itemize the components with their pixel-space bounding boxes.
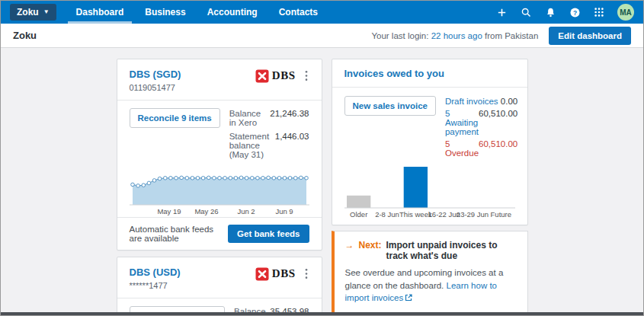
account-number: 0119051477 bbox=[130, 83, 181, 92]
last-login-prefix: Your last login: bbox=[371, 31, 428, 40]
org-name: Zoku bbox=[17, 7, 39, 18]
callout-title: Import unpaid invoices to track what's d… bbox=[386, 240, 517, 261]
last-login-text: Your last login: 22 hours ago from Pakis… bbox=[371, 31, 538, 40]
svg-text:?: ? bbox=[573, 8, 577, 16]
app-window: Zoku ▼ Dashboard Business Accounting Con… bbox=[0, 0, 644, 316]
org-switcher[interactable]: Zoku ▼ bbox=[10, 4, 56, 21]
bank-account-card-sgd: DBS (SGD) 0119051477 DBS bbox=[117, 59, 322, 251]
svg-text:Jun 2: Jun 2 bbox=[237, 207, 255, 215]
invoices-body: New sales invoice Draft invoices 0.00 5 … bbox=[332, 88, 527, 164]
dbs-bank-logo: DBS bbox=[255, 69, 296, 83]
invoices-bar-chart: Older2-8 JunThis week16-22 Jun23-29 JunF… bbox=[332, 164, 527, 225]
dbs-logo-icon bbox=[255, 69, 269, 83]
apps-grid-icon[interactable] bbox=[594, 7, 604, 18]
svg-text:Older: Older bbox=[350, 210, 367, 219]
account-header-right: DBS bbox=[255, 267, 309, 281]
tab-contacts[interactable]: Contacts bbox=[268, 1, 328, 24]
next-label: Next: bbox=[359, 240, 382, 251]
top-navbar: Zoku ▼ Dashboard Business Accounting Con… bbox=[1, 1, 643, 24]
summary-value: 60,510.00 bbox=[479, 109, 517, 136]
navbar-actions: ? MA bbox=[496, 4, 636, 21]
account-menu-kebab-icon[interactable] bbox=[303, 267, 309, 281]
summary-row: Draft invoices 0.00 bbox=[445, 97, 517, 106]
svg-text:16-22 Jun: 16-22 Jun bbox=[428, 210, 460, 219]
chevron-down-icon: ▼ bbox=[43, 9, 50, 15]
tab-accounting[interactable]: Accounting bbox=[197, 1, 268, 24]
summary-row: 5 Overdue 60,510.00 bbox=[445, 139, 517, 158]
invoice-summary: Draft invoices 0.00 5 Awaiting payment 6… bbox=[445, 96, 517, 161]
summary-label-link[interactable]: 5 Overdue bbox=[445, 139, 479, 158]
summary-label-link[interactable]: 5 Awaiting payment bbox=[445, 109, 479, 136]
reconcile-button[interactable]: Reconcile 9 items bbox=[130, 108, 220, 128]
arrow-right-icon: → bbox=[345, 240, 354, 251]
balance-label: Balance in Xero bbox=[229, 109, 271, 127]
balance-area-chart: May 19May 26Jun 2Jun 9 bbox=[117, 168, 322, 217]
svg-text:May 19: May 19 bbox=[157, 207, 181, 215]
balance-row: Balance in Xero 21,246.38 bbox=[229, 109, 309, 127]
account-card-header: DBS (USD) ******1477 DBS bbox=[117, 257, 322, 298]
svg-text:2-8 Jun: 2-8 Jun bbox=[375, 210, 399, 219]
panel-title: Invoices owed to you bbox=[332, 59, 527, 87]
svg-text:May 26: May 26 bbox=[194, 207, 218, 215]
bank-feeds-text: Automatic bank feeds are available bbox=[130, 225, 229, 243]
page-title: Zoku bbox=[13, 30, 37, 41]
page-header: Zoku Your last login: 22 hours ago from … bbox=[1, 24, 643, 48]
tab-dashboard[interactable]: Dashboard bbox=[66, 1, 135, 24]
svg-text:Future: Future bbox=[490, 210, 511, 219]
dbs-logo-text: DBS bbox=[272, 69, 296, 82]
dashboard-content: DBS (SGD) 0119051477 DBS bbox=[1, 48, 643, 315]
get-bank-feeds-button[interactable]: Get bank feeds bbox=[228, 225, 309, 243]
plus-icon[interactable] bbox=[496, 7, 508, 18]
balances: Balance in Xero 21,246.38 Statement bala… bbox=[229, 108, 309, 164]
edit-dashboard-button[interactable]: Edit dashboard bbox=[549, 27, 631, 45]
dbs-logo-icon bbox=[255, 267, 269, 281]
account-identity: DBS (USD) ******1477 bbox=[130, 267, 181, 290]
right-column: Invoices owed to you New sales invoice D… bbox=[332, 59, 528, 315]
tab-business[interactable]: Business bbox=[134, 1, 196, 24]
external-link-icon bbox=[405, 292, 412, 305]
nav-tabs: Dashboard Business Accounting Contacts bbox=[66, 1, 328, 24]
window-bottom-edge bbox=[1, 312, 643, 315]
header-right: Your last login: 22 hours ago from Pakis… bbox=[371, 27, 631, 45]
left-column: DBS (SGD) 0119051477 DBS bbox=[117, 59, 322, 315]
last-login-link[interactable]: 22 hours ago bbox=[431, 31, 482, 40]
new-sales-invoice-button[interactable]: New sales invoice bbox=[344, 96, 436, 116]
search-icon[interactable] bbox=[521, 7, 532, 18]
user-avatar[interactable]: MA bbox=[617, 4, 634, 21]
account-name-link[interactable]: DBS (SGD) bbox=[130, 69, 181, 80]
summary-label-link[interactable]: Draft invoices bbox=[445, 97, 501, 106]
last-login-suffix: from Pakistan bbox=[485, 31, 538, 40]
account-menu-kebab-icon[interactable] bbox=[303, 69, 309, 83]
balance-label: Statement balance (May 31) bbox=[229, 132, 275, 159]
svg-text:23-29 Jun: 23-29 Jun bbox=[456, 210, 488, 219]
bank-account-card-usd: DBS (USD) ******1477 DBS bbox=[117, 257, 322, 316]
balance-value: 1,446.03 bbox=[275, 132, 309, 159]
account-name-link[interactable]: DBS (USD) bbox=[130, 267, 181, 278]
invoices-owed-panel: Invoices owed to you New sales invoice D… bbox=[332, 59, 528, 225]
summary-row: 5 Awaiting payment 60,510.00 bbox=[445, 109, 517, 136]
next-step-callout: → Next: Import unpaid invoices to track … bbox=[332, 231, 528, 316]
account-identity: DBS (SGD) 0119051477 bbox=[130, 69, 181, 92]
summary-value: 60,510.00 bbox=[479, 139, 517, 158]
help-icon[interactable]: ? bbox=[569, 7, 581, 18]
account-number: ******1477 bbox=[130, 281, 181, 290]
dbs-bank-logo: DBS bbox=[255, 267, 296, 281]
balance-value: 21,246.38 bbox=[270, 109, 309, 127]
account-header-right: DBS bbox=[255, 69, 309, 83]
balance-row: Statement balance (May 31) 1,446.03 bbox=[229, 132, 309, 159]
callout-body: See overdue and upcoming invoices at a g… bbox=[345, 267, 517, 305]
bell-icon[interactable] bbox=[545, 7, 556, 18]
dbs-logo-text: DBS bbox=[272, 267, 296, 280]
callout-heading: → Next: Import unpaid invoices to track … bbox=[345, 240, 517, 261]
summary-value: 0.00 bbox=[501, 97, 517, 106]
card-footer: Automatic bank feeds are available Get b… bbox=[117, 218, 322, 250]
account-card-header: DBS (SGD) 0119051477 DBS bbox=[117, 59, 322, 100]
svg-text:This week: This week bbox=[399, 210, 431, 219]
reconcile-row: Reconcile 9 items Balance in Xero 21,246… bbox=[117, 101, 322, 168]
svg-text:Jun 9: Jun 9 bbox=[275, 207, 293, 215]
